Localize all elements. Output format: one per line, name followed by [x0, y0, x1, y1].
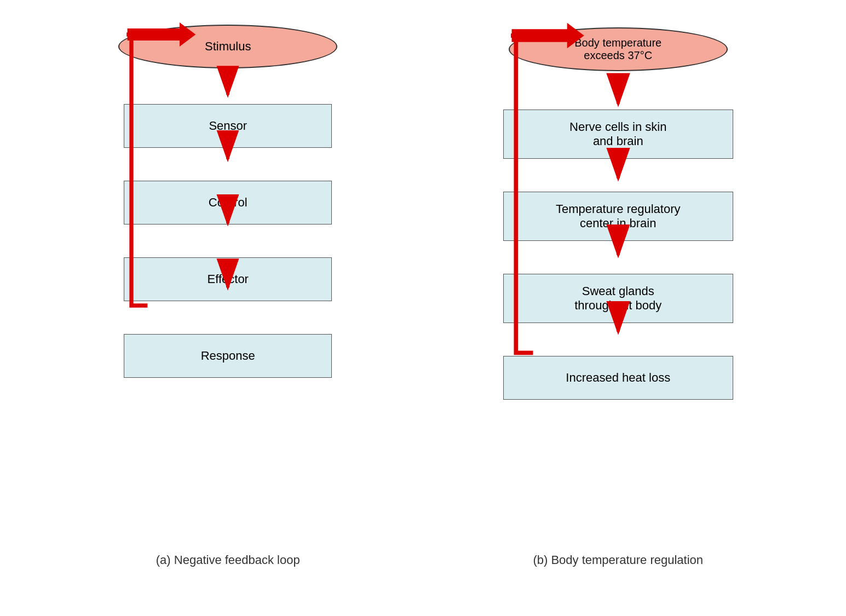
left-diagram-inner: Stimulus Sensor Control Effector	[74, 16, 381, 378]
right-stimulus-label: Body temperatureexceeds 37°C	[574, 37, 661, 62]
left-caption: (a) Negative feedback loop	[74, 553, 381, 567]
temp-regulatory-box: Temperature regulatorycenter in brain	[503, 192, 733, 241]
sweat-glands-box: Sweat glandsthroughout body	[503, 274, 733, 323]
right-stimulus-oval: Body temperatureexceeds 37°C	[509, 27, 728, 71]
effector-box: Effector	[124, 257, 332, 301]
control-label: Control	[209, 195, 248, 210]
temp-regulatory-label: Temperature regulatorycenter in brain	[556, 202, 680, 231]
response-box: Response	[124, 334, 332, 378]
heat-loss-box: Increased heat loss	[503, 356, 733, 400]
main-container: Stimulus Sensor Control Effector	[0, 0, 846, 548]
sensor-box: Sensor	[124, 104, 332, 148]
right-diagram: Body temperatureexceeds 37°C Nerve cells…	[465, 16, 772, 548]
heat-loss-label: Increased heat loss	[566, 371, 670, 385]
effector-label: Effector	[208, 272, 249, 286]
sensor-label: Sensor	[209, 119, 247, 133]
right-caption: (b) Body temperature regulation	[465, 553, 772, 567]
stimulus-row: Stimulus	[74, 22, 381, 71]
control-box: Control	[124, 181, 332, 224]
left-diagram: Stimulus Sensor Control Effector	[74, 16, 381, 548]
sweat-glands-label: Sweat glandsthroughout body	[574, 284, 661, 313]
stimulus-oval: Stimulus	[118, 25, 337, 68]
right-stimulus-row: Body temperatureexceeds 37°C	[465, 22, 772, 77]
nerve-cells-box: Nerve cells in skinand brain	[503, 110, 733, 159]
right-diagram-inner: Body temperatureexceeds 37°C Nerve cells…	[465, 16, 772, 400]
nerve-cells-label: Nerve cells in skinand brain	[569, 120, 666, 148]
stimulus-label: Stimulus	[205, 39, 251, 54]
captions-row: (a) Negative feedback loop (b) Body temp…	[0, 548, 846, 573]
response-label: Response	[201, 349, 255, 363]
